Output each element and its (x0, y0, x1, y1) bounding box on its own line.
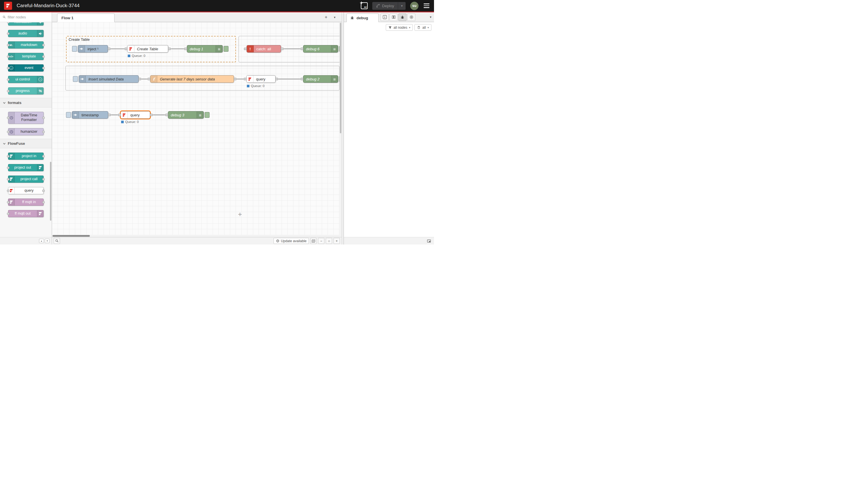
palette-node-markdown[interactable]: M↓markdown (8, 41, 43, 49)
port-stub (7, 131, 9, 133)
palette-node-notification[interactable]: notification (8, 22, 43, 26)
open-in-window-button[interactable] (426, 238, 432, 243)
node-query[interactable]: query (121, 111, 150, 119)
input-port[interactable] (301, 78, 303, 80)
navigator-toggle-button[interactable] (310, 238, 317, 244)
main-menu-button[interactable] (423, 2, 430, 9)
canvas-vscrollbar[interactable] (340, 22, 342, 237)
palette-node-ui-control[interactable]: ui control→ (8, 76, 43, 83)
zoom-in-icon: + (336, 239, 338, 243)
node-label: Insert simulated Data (86, 76, 138, 83)
inject-trigger-button[interactable] (73, 76, 78, 82)
output-port[interactable] (107, 48, 111, 50)
inject-trigger-button[interactable] (72, 46, 77, 52)
palette-node-ff-mqtt-in[interactable]: ff mqtt in (8, 199, 43, 206)
output-port[interactable] (168, 48, 171, 50)
palette-node-ff-mqtt-out[interactable]: ff mqtt out (8, 210, 43, 217)
palette-node-label: project in (14, 153, 43, 160)
status-dot (128, 55, 130, 57)
palette-node-audio[interactable]: audio (8, 30, 43, 37)
deploy-options-button[interactable]: ▾ (398, 4, 406, 8)
debug-clear-button[interactable]: all ▾ (414, 24, 431, 31)
output-port[interactable] (108, 114, 111, 116)
search-flows-button[interactable] (54, 238, 60, 244)
output-port[interactable] (234, 78, 237, 80)
palette-node-humanizer[interactable]: humanizer (8, 128, 43, 135)
canvas-hscrollbar[interactable] (52, 235, 340, 237)
input-port[interactable] (244, 78, 247, 80)
output-port[interactable] (281, 48, 284, 50)
node-debug-3[interactable]: debug 3≡ (168, 111, 204, 119)
node-query[interactable]: query (246, 75, 276, 83)
input-port[interactable] (148, 78, 150, 80)
zoom-reset-button[interactable]: ○ (326, 238, 332, 244)
palette-node-project-call[interactable]: project call (8, 176, 43, 183)
port-stub (42, 55, 45, 58)
zoom-out-button[interactable]: − (318, 238, 324, 244)
palette-search[interactable] (0, 12, 52, 22)
update-available-button[interactable]: Update available (274, 238, 309, 244)
palette-section-flowfuse[interactable]: FlowFuse (0, 139, 52, 148)
filter-nodes-input[interactable] (8, 15, 49, 19)
input-port[interactable] (165, 114, 168, 116)
tab-flow-1[interactable]: Flow 1 (57, 13, 115, 22)
debug-filter-button[interactable]: all nodes ▾ (386, 24, 413, 31)
tab-info[interactable] (381, 13, 389, 21)
user-avatar[interactable]: su (410, 2, 418, 10)
flow-list-button[interactable]: ▾ (331, 14, 338, 20)
add-flow-button[interactable]: + (322, 14, 330, 20)
workspace[interactable]: + Create Tableinject ¹Create TableQueue:… (52, 22, 342, 237)
output-port[interactable] (150, 114, 153, 116)
tab-help[interactable] (390, 13, 398, 21)
palette-node-progress[interactable]: progress% (8, 87, 43, 94)
palette-expand-all-button[interactable]: ▾ (45, 239, 50, 243)
function-icon: f (150, 76, 157, 83)
node-debug-2[interactable]: debug 2≡ (303, 75, 338, 83)
palette-node-project-out[interactable]: project out (8, 164, 43, 171)
input-port[interactable] (184, 48, 187, 50)
node-debug-6[interactable]: debug 6≡ (303, 45, 338, 53)
list-icon: ≡ (331, 76, 338, 83)
node-debug-1[interactable]: debug 1≡ (187, 45, 223, 53)
node-timestamp[interactable]: timestamp (72, 111, 108, 119)
deploy-button[interactable]: Deploy ▾ (372, 2, 406, 10)
node-label: debug 3 (168, 112, 197, 118)
palette-node-template[interactable]: </>template (8, 53, 43, 60)
node-inject[interactable]: inject ¹ (78, 45, 108, 53)
palette-node-project-in[interactable]: project in (8, 152, 43, 160)
status-dot (121, 121, 124, 123)
status-text: Queue: 0 (132, 54, 145, 57)
output-port[interactable] (275, 78, 278, 80)
debug-trigger-button[interactable] (224, 46, 228, 52)
output-port[interactable] (138, 78, 141, 80)
palette-node-label: humanizer (14, 128, 43, 135)
palette-node-query[interactable]: query (8, 187, 43, 194)
node-catch-all[interactable]: !catch: all (247, 45, 281, 53)
input-port[interactable] (244, 48, 247, 50)
sidebar-splitter[interactable] (342, 12, 344, 244)
palette-collapse-all-button[interactable]: ▴ (39, 239, 44, 243)
tab-config[interactable] (407, 13, 415, 21)
palette-scrollbar[interactable] (50, 162, 51, 221)
node-insert-simulated-data[interactable]: Insert simulated Data (79, 75, 138, 83)
input-port[interactable] (125, 48, 127, 50)
debug-trigger-button[interactable] (205, 112, 210, 118)
palette-node-event[interactable]: →event (8, 64, 43, 71)
flow-canvas[interactable]: + Create Tableinject ¹Create TableQueue:… (52, 22, 342, 237)
sidebar-menu-button[interactable]: ▾ (430, 15, 431, 19)
node-label: debug 6 (303, 46, 331, 52)
tab-debug-icon[interactable] (398, 13, 406, 21)
inject-trigger-button[interactable] (66, 112, 71, 118)
palette-section-formats[interactable]: formats (0, 98, 52, 108)
node-generate-last-7-days-sensor-data[interactable]: fGenerate last 7 days sensor data (150, 75, 234, 83)
node-create-table[interactable]: Create Table (127, 45, 168, 53)
palette-node-date-time-formatter[interactable]: Date/Time Formatter (8, 112, 43, 124)
input-port[interactable] (301, 48, 303, 50)
status-dot (247, 85, 249, 87)
info-icon (383, 15, 387, 19)
zoom-in-button[interactable]: + (334, 238, 340, 244)
ai-assistant-button[interactable]: AI (361, 2, 368, 9)
flowfuse-logo[interactable] (4, 2, 12, 10)
input-port[interactable] (118, 114, 121, 116)
tab-debug[interactable]: debug (346, 13, 379, 22)
